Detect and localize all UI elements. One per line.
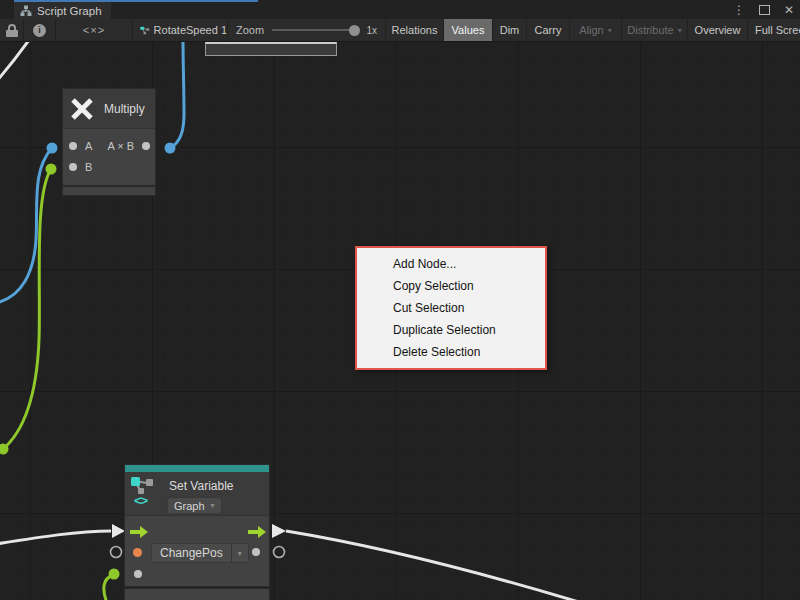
wire-white-top-left[interactable] bbox=[0, 42, 29, 82]
graph-canvas[interactable]: Multiply A A × B B bbox=[0, 42, 800, 600]
port-a-icon[interactable] bbox=[69, 142, 77, 150]
context-menu: Add Node... Copy Selection Cut Selection… bbox=[355, 246, 547, 370]
multiply-ports: A A × B B bbox=[63, 129, 155, 185]
fallback-port-icon[interactable] bbox=[134, 570, 142, 578]
multiply-row-b: B bbox=[63, 156, 155, 177]
variable-name-dropdown[interactable]: ChangePos ▾ bbox=[151, 543, 249, 563]
graph-toolbar: i <×> RotateSpeed 1 Zoom 1x Relations Va… bbox=[0, 19, 800, 42]
variable-scope-value: Graph bbox=[174, 500, 205, 512]
chevron-down-icon: ▾ bbox=[211, 501, 215, 510]
multiply-icon bbox=[69, 96, 95, 122]
variable-graph-icon bbox=[130, 476, 158, 494]
info-icon: i bbox=[33, 24, 46, 37]
zoom-control: Zoom 1x bbox=[228, 19, 386, 41]
variable-value-port-icon[interactable] bbox=[133, 548, 142, 557]
full-screen-button[interactable]: Full Screen bbox=[748, 19, 800, 41]
edit-code-button[interactable]: <×> bbox=[56, 19, 133, 41]
values-button[interactable]: Values bbox=[444, 19, 493, 41]
node-multiply[interactable]: Multiply A A × B B bbox=[62, 88, 156, 186]
window-controls: ⋮ ✕ bbox=[733, 0, 794, 19]
menu-item-delete-selection[interactable]: Delete Selection bbox=[357, 341, 545, 363]
menu-item-cut-selection[interactable]: Cut Selection bbox=[357, 297, 545, 319]
relations-button[interactable]: Relations bbox=[386, 19, 444, 41]
wire-green-input[interactable] bbox=[2, 169, 51, 450]
chevron-down-icon: ▾ bbox=[678, 26, 682, 35]
overview-button[interactable]: Overview bbox=[688, 19, 748, 41]
lock-icon bbox=[6, 24, 18, 37]
node-set-variable[interactable]: <> Set Variable Graph ▾ ChangePo bbox=[124, 464, 270, 587]
port-result-label: A × B bbox=[107, 140, 134, 152]
wire-endpoint-green-b[interactable] bbox=[46, 164, 57, 175]
script-graph-icon bbox=[20, 5, 32, 16]
zoom-slider[interactable] bbox=[272, 29, 358, 31]
carry-button[interactable]: Carry bbox=[527, 19, 570, 41]
graph-reference-icon bbox=[140, 24, 150, 37]
port-a-label: A bbox=[85, 140, 92, 152]
multiply-title: Multiply bbox=[104, 102, 145, 116]
wire-endpoint-green-bottom[interactable] bbox=[109, 569, 120, 580]
set-variable-accent-bar bbox=[125, 465, 269, 472]
code-brackets-icon: <> bbox=[134, 493, 147, 508]
align-label: Align bbox=[579, 24, 603, 36]
menu-item-add-node[interactable]: Add Node... bbox=[357, 253, 545, 275]
zoom-value: 1x bbox=[366, 25, 377, 36]
window-titlebar: Script Graph ⋮ ✕ bbox=[0, 0, 800, 19]
unity-script-graph-window: Multiply A A × B B bbox=[0, 0, 800, 600]
window-close-icon[interactable]: ✕ bbox=[784, 4, 794, 16]
port-b-label: B bbox=[85, 161, 92, 173]
set-variable-title: Set Variable bbox=[169, 479, 233, 493]
distribute-label: Distribute bbox=[627, 24, 673, 36]
multiply-node-footer bbox=[62, 186, 156, 196]
output-value-port-icon[interactable] bbox=[252, 548, 260, 556]
port-result-icon[interactable] bbox=[142, 142, 150, 150]
wire-blue-output[interactable] bbox=[170, 42, 184, 148]
chevron-down-icon[interactable]: ▾ bbox=[231, 544, 248, 562]
zoom-label: Zoom bbox=[236, 24, 264, 36]
menu-item-duplicate-selection[interactable]: Duplicate Selection bbox=[357, 319, 545, 341]
partial-panel bbox=[205, 42, 337, 56]
dim-button[interactable]: Dim bbox=[493, 19, 527, 41]
tab-title: Script Graph bbox=[37, 5, 102, 17]
lock-button[interactable] bbox=[0, 19, 24, 41]
proxy-port-left-icon[interactable] bbox=[111, 547, 122, 558]
wire-blue-input[interactable] bbox=[0, 148, 52, 303]
zoom-slider-knob[interactable] bbox=[349, 25, 360, 36]
set-variable-ports: ChangePos ▾ bbox=[125, 516, 269, 586]
tab-script-graph[interactable]: Script Graph bbox=[14, 2, 111, 19]
variable-scope-dropdown[interactable]: Graph ▾ bbox=[167, 497, 222, 514]
distribute-button[interactable]: Distribute ▾ bbox=[622, 19, 688, 41]
align-button[interactable]: Align ▾ bbox=[570, 19, 622, 41]
flow-input-icon[interactable] bbox=[130, 525, 149, 539]
window-maximize-icon[interactable] bbox=[759, 5, 770, 15]
flow-out-arrowhead bbox=[272, 524, 286, 538]
code-icon: <×> bbox=[83, 24, 105, 36]
graph-reference-label: RotateSpeed 1 bbox=[154, 24, 227, 36]
flow-output-icon[interactable] bbox=[248, 525, 267, 539]
info-button[interactable]: i bbox=[24, 19, 56, 41]
window-menu-icon[interactable]: ⋮ bbox=[733, 4, 745, 16]
graph-reference-button[interactable]: RotateSpeed 1 bbox=[133, 19, 228, 41]
menu-item-copy-selection[interactable]: Copy Selection bbox=[357, 275, 545, 297]
set-variable-header[interactable]: <> Set Variable Graph ▾ bbox=[125, 472, 269, 516]
set-variable-node-footer bbox=[124, 588, 270, 600]
port-b-icon[interactable] bbox=[69, 163, 77, 171]
chevron-down-icon: ▾ bbox=[608, 26, 612, 35]
multiply-row-a: A A × B bbox=[63, 135, 155, 156]
wire-endpoint-blue-a[interactable] bbox=[47, 143, 58, 154]
wire-endpoint-blue-result[interactable] bbox=[165, 143, 176, 154]
proxy-port-right-icon[interactable] bbox=[274, 547, 285, 558]
wire-white-flow-out[interactable] bbox=[286, 531, 592, 600]
variable-name-value: ChangePos bbox=[152, 544, 231, 562]
wire-white-flow-in[interactable] bbox=[0, 531, 111, 544]
multiply-header[interactable]: Multiply bbox=[63, 89, 155, 129]
